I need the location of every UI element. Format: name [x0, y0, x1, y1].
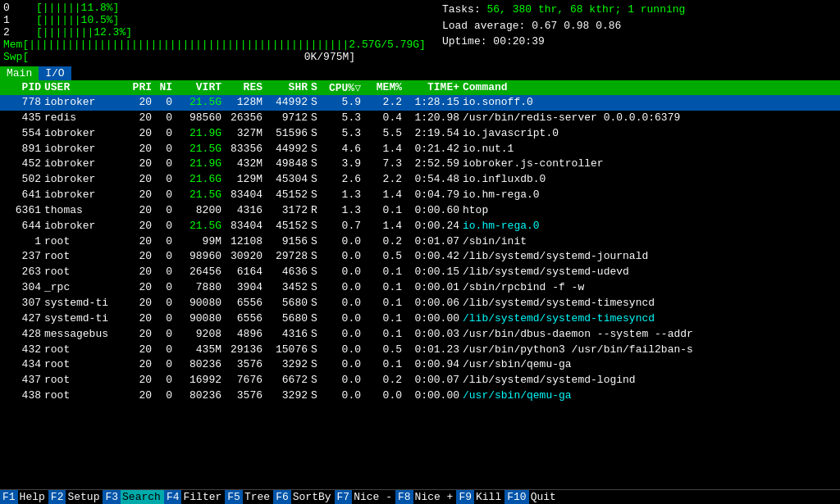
proc-user: iobroker — [44, 188, 126, 203]
table-row[interactable]: 237 root 20 0 98960 30920 29728 S 0.0 0.… — [0, 249, 840, 265]
cpu-bar-1: [|||||| — [36, 14, 81, 26]
proc-s: S — [311, 265, 323, 280]
table-row[interactable]: 304 _rpc 20 0 7880 3904 3452 S 0.0 0.1 0… — [0, 280, 840, 296]
proc-res: 128M — [225, 95, 266, 111]
proc-time: 0:00.06 — [405, 296, 463, 311]
table-row[interactable]: 435 redis 20 0 98560 26356 9712 S 5.3 0.… — [0, 111, 840, 126]
footer-item-f2[interactable]: F2Setup — [48, 490, 103, 504]
proc-virt: 90080 — [176, 311, 225, 327]
proc-res: 26356 — [225, 111, 266, 126]
footer-item-f10[interactable]: F10Quit — [504, 490, 559, 504]
proc-pid: 435 — [3, 111, 44, 126]
footer-key-f10: F10 — [504, 490, 528, 504]
proc-mem: 0.1 — [364, 203, 405, 219]
footer-item-f1[interactable]: F1Help — [0, 490, 48, 504]
proc-virt: 98560 — [176, 111, 225, 126]
footer-item-f5[interactable]: F5Tree — [225, 490, 273, 504]
table-row[interactable]: 644 iobroker 20 0 21.5G 83404 45152 S 0.… — [0, 219, 840, 234]
footer-item-f6[interactable]: F6SortBy — [273, 490, 334, 504]
proc-mem: 0.5 — [364, 249, 405, 265]
proc-time: 2:52.59 — [405, 157, 463, 172]
proc-pid: 554 — [3, 126, 44, 142]
proc-ni: 0 — [155, 157, 176, 172]
uptime-val: 00:20:39 — [493, 35, 544, 48]
proc-virt: 80236 — [176, 357, 225, 373]
proc-s: S — [311, 126, 323, 142]
proc-virt: 90080 — [176, 296, 225, 311]
tab-main[interactable]: Main — [0, 66, 39, 80]
proc-shr: 4636 — [266, 265, 311, 280]
table-row[interactable]: 438 root 20 0 80236 3576 3292 S 0.0 0.0 … — [0, 388, 840, 404]
table-row[interactable]: 427 systemd-ti 20 0 90080 6556 5680 S 0.… — [0, 311, 840, 327]
proc-cpu: 0.0 — [323, 311, 364, 327]
footer-item-f9[interactable]: F9Kill — [456, 490, 504, 504]
footer-key-f8: F8 — [395, 490, 413, 504]
proc-time: 1:20.98 — [405, 111, 463, 126]
proc-cmd: io.nut.1 — [463, 142, 837, 157]
proc-cmd: io.sonoff.0 — [463, 95, 837, 111]
table-row[interactable]: 307 systemd-ti 20 0 90080 6556 5680 S 0.… — [0, 296, 840, 311]
proc-shr: 45152 — [266, 188, 311, 203]
table-row[interactable]: 502 iobroker 20 0 21.6G 129M 45304 S 2.6… — [0, 172, 840, 188]
mem-bar: [|||||||||||||||||||||||||||||||||||||||… — [22, 39, 349, 51]
footer-item-f3[interactable]: F3Search — [103, 490, 163, 504]
tab-i/o[interactable]: I/O — [39, 66, 71, 80]
proc-cpu: 3.9 — [323, 157, 364, 172]
table-row[interactable]: 263 root 20 0 26456 6164 4636 S 0.0 0.1 … — [0, 265, 840, 280]
table-row[interactable]: 428 messagebus 20 0 9208 4896 4316 S 0.0… — [0, 327, 840, 343]
proc-user: redis — [44, 111, 126, 126]
proc-cmd: /lib/systemd/systemd-journald — [463, 249, 837, 265]
proc-pid: 452 — [3, 157, 44, 172]
proc-pri: 20 — [126, 357, 155, 373]
proc-pid: 438 — [3, 388, 44, 404]
proc-cpu: 0.0 — [323, 234, 364, 250]
proc-user: root — [44, 249, 126, 265]
proc-virt: 21.6G — [176, 172, 225, 188]
table-row[interactable]: 891 iobroker 20 0 21.5G 83356 44992 S 4.… — [0, 142, 840, 157]
proc-res: 29136 — [225, 343, 266, 358]
proc-pid: 304 — [3, 280, 44, 296]
table-row[interactable]: 6361 thomas 20 0 8200 4316 3172 R 1.3 0.… — [0, 203, 840, 219]
table-row[interactable]: 778 iobroker 20 0 21.5G 128M 44992 S 5.9… — [0, 95, 840, 111]
proc-ni: 0 — [155, 373, 176, 388]
footer-item-f8[interactable]: F8Nice + — [395, 490, 456, 504]
proc-user: iobroker — [44, 95, 126, 111]
cpu-pct-2: 12.3%] — [94, 26, 132, 39]
table-row[interactable]: 554 iobroker 20 0 21.9G 327M 51596 S 5.3… — [0, 126, 840, 142]
footer-item-f4[interactable]: F4Filter — [164, 490, 225, 504]
table-row[interactable]: 434 root 20 0 80236 3576 3292 S 0.0 0.1 … — [0, 357, 840, 373]
proc-shr: 3172 — [266, 203, 311, 219]
proc-user: iobroker — [44, 219, 126, 234]
proc-shr: 4316 — [266, 327, 311, 343]
table-row[interactable]: 437 root 20 0 16992 7676 6672 S 0.0 0.2 … — [0, 373, 840, 388]
proc-pid: 237 — [3, 249, 44, 265]
col-header-cpu: CPU%▽ — [323, 81, 364, 94]
tasks-label: Tasks: — [442, 3, 487, 16]
col-header-time: TIME+ — [405, 81, 463, 94]
proc-s: S — [311, 343, 323, 358]
col-header-pri: PRI — [126, 81, 155, 94]
proc-pid: 434 — [3, 357, 44, 373]
table-row[interactable]: 1 root 20 0 99M 12108 9156 S 0.0 0.2 0:0… — [0, 234, 840, 250]
proc-pri: 20 — [126, 327, 155, 343]
proc-mem: 1.4 — [364, 219, 405, 234]
table-row[interactable]: 452 iobroker 20 0 21.9G 432M 49848 S 3.9… — [0, 157, 840, 172]
proc-time: 0:00.94 — [405, 357, 463, 373]
footer-item-f7[interactable]: F7Nice - — [335, 490, 395, 504]
footer-label-f10: Quit — [529, 490, 559, 504]
proc-mem: 2.2 — [364, 172, 405, 188]
table-row[interactable]: 641 iobroker 20 0 21.5G 83404 45152 S 1.… — [0, 188, 840, 203]
table-row[interactable]: 432 root 20 0 435M 29136 15076 S 0.0 0.5… — [0, 343, 840, 358]
cpu-bar-0: [|||||| — [36, 2, 81, 14]
proc-ni: 0 — [155, 142, 176, 157]
proc-cmd: io.hm-rega.0 — [463, 188, 837, 203]
proc-time: 0:00.07 — [405, 373, 463, 388]
proc-ni: 0 — [155, 219, 176, 234]
proc-ni: 0 — [155, 265, 176, 280]
proc-virt: 8200 — [176, 203, 225, 219]
proc-pri: 20 — [126, 203, 155, 219]
footer-key-f1: F1 — [0, 490, 18, 504]
proc-user: root — [44, 343, 126, 358]
proc-pid: 644 — [3, 219, 44, 234]
proc-pri: 20 — [126, 234, 155, 250]
